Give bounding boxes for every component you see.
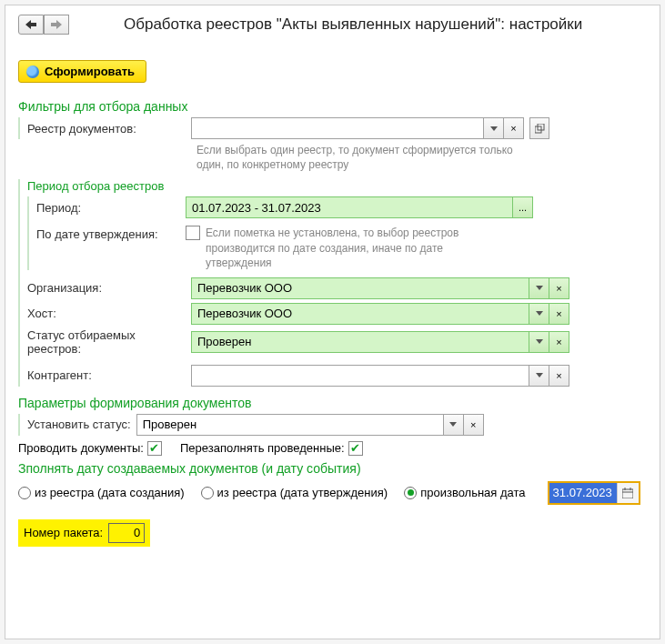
radio-icon: [201, 487, 214, 499]
period-row: Период: ...: [36, 196, 647, 218]
packet-row: Номер пакета:: [18, 519, 150, 547]
date-fill-title: Зполнять дату создаваемых документов (и …: [18, 461, 647, 476]
date-field-wrap: [548, 481, 640, 505]
packet-label: Номер пакета:: [24, 526, 103, 539]
params-section-title: Параметры формирования документов: [18, 396, 647, 410]
period-label: Период:: [36, 201, 186, 215]
dropdown-icon[interactable]: [529, 331, 549, 353]
status-input[interactable]: [191, 331, 529, 353]
period-group-title: Период отбора реестров: [27, 179, 647, 193]
registry-row: Реестр документов: ×: [18, 117, 647, 139]
clear-icon[interactable]: ×: [464, 414, 484, 436]
dropdown-icon[interactable]: [529, 303, 549, 325]
radio-label-text: из реестра (дата утверждения): [217, 486, 388, 499]
nav-back-button[interactable]: [18, 15, 44, 35]
org-row: Организация: ×: [27, 277, 647, 299]
registry-hint: Если выбрать один реестр, то документ сф…: [196, 143, 542, 172]
org-label: Организация:: [27, 281, 191, 295]
host-row: Хост: ×: [27, 303, 647, 325]
approve-label: По дате утверждения:: [36, 226, 186, 241]
contragent-label: Контрагент:: [27, 368, 191, 382]
clear-icon[interactable]: ×: [549, 277, 569, 299]
approve-hint: Если пометка не установлена, то выбор ре…: [206, 226, 479, 270]
page-title: Обработка реестров "Акты выявленных нару…: [124, 15, 582, 34]
radio-label-text: произвольная дата: [420, 486, 525, 499]
radio-from-create[interactable]: из реестра (дата создания): [18, 486, 185, 499]
refill-label: Перезаполнять проведенные:: [180, 441, 345, 455]
period-input[interactable]: [186, 196, 513, 218]
dropdown-icon[interactable]: [484, 117, 504, 139]
host-label: Хост:: [27, 307, 191, 320]
form-button-label: Сформировать: [45, 65, 135, 78]
conduct-checkbox[interactable]: [147, 441, 162, 456]
registry-input[interactable]: [191, 117, 484, 139]
nav-bar: Обработка реестров "Акты выявленных нару…: [18, 15, 647, 35]
set-status-row: Установить статус: ×: [18, 414, 647, 436]
set-status-label: Установить статус:: [27, 418, 131, 431]
filters-section-title: Фильтры для отбора данных: [18, 99, 647, 114]
radio-icon: [404, 487, 417, 499]
settings-window: Обработка реестров "Акты выявленных нару…: [5, 5, 660, 639]
dropdown-icon[interactable]: [529, 277, 549, 299]
date-input[interactable]: [549, 483, 617, 503]
approve-checkbox[interactable]: [186, 226, 200, 240]
conduct-label: Проводить документы:: [18, 441, 144, 455]
registry-label: Реестр документов:: [27, 122, 191, 136]
refill-checkbox[interactable]: [348, 441, 363, 456]
date-source-radios: из реестра (дата создания) из реестра (д…: [18, 481, 647, 505]
contragent-row: Контрагент: ×: [27, 365, 647, 387]
set-status-input[interactable]: [136, 414, 444, 436]
radio-label-text: из реестра (дата создания): [35, 486, 185, 499]
clear-icon[interactable]: ×: [504, 117, 524, 139]
org-input[interactable]: [191, 277, 529, 299]
period-pick-button[interactable]: ...: [513, 196, 533, 218]
dropdown-icon[interactable]: [529, 365, 549, 387]
form-button[interactable]: Сформировать: [18, 60, 146, 83]
radio-icon: [18, 487, 31, 499]
clear-icon[interactable]: ×: [549, 365, 569, 387]
dropdown-icon[interactable]: [444, 414, 464, 436]
conduct-row: Проводить документы: Перезаполнять прове…: [18, 441, 647, 456]
radio-from-approve[interactable]: из реестра (дата утверждения): [201, 486, 388, 499]
status-row: Статус отбираемых реестров: ×: [27, 328, 647, 356]
status-label: Статус отбираемых реестров:: [27, 328, 191, 356]
calendar-icon[interactable]: [617, 483, 639, 503]
form-icon: [26, 65, 39, 78]
open-icon[interactable]: [529, 117, 549, 139]
svg-rect-2: [622, 489, 633, 498]
approve-row: По дате утверждения: Если пометка не уст…: [36, 226, 647, 270]
clear-icon[interactable]: ×: [549, 331, 569, 353]
packet-input[interactable]: [108, 523, 145, 543]
contragent-input[interactable]: [191, 365, 529, 387]
nav-forward-button[interactable]: [44, 15, 69, 35]
host-input[interactable]: [191, 303, 529, 325]
radio-arbitrary[interactable]: произвольная дата: [404, 486, 525, 499]
clear-icon[interactable]: ×: [549, 303, 569, 325]
